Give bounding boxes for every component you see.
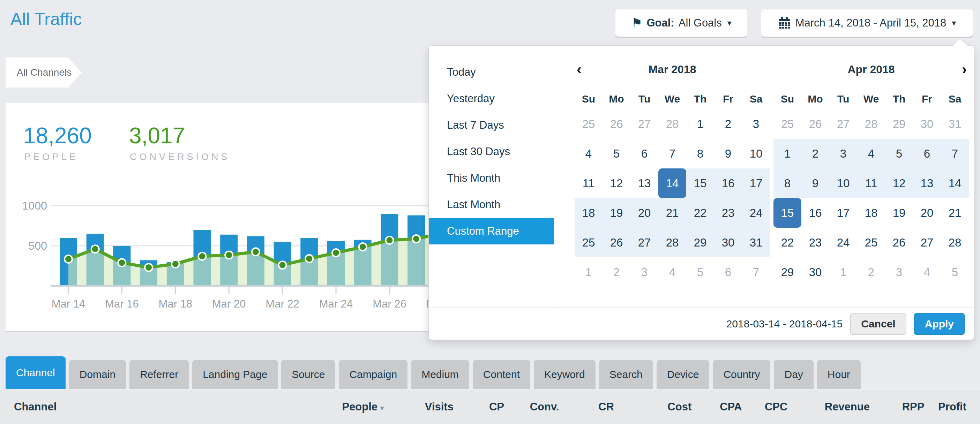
column-header-cpc[interactable]: CPC — [742, 401, 788, 413]
day-cell[interactable]: 6 — [630, 139, 658, 168]
day-cell[interactable]: 12 — [885, 168, 913, 198]
day-cell[interactable]: 17 — [742, 168, 770, 198]
column-header-profit[interactable]: Profit — [924, 401, 966, 413]
day-cell[interactable]: 14 — [941, 168, 969, 198]
tab-landing-page[interactable]: Landing Page — [192, 360, 278, 389]
day-cell[interactable]: 28 — [658, 228, 686, 257]
day-cell[interactable]: 15 — [686, 168, 714, 198]
day-cell[interactable]: 29 — [686, 228, 714, 257]
day-cell[interactable]: 26 — [885, 228, 913, 257]
day-cell[interactable]: 24 — [742, 198, 770, 228]
line-point[interactable] — [225, 251, 233, 259]
day-cell[interactable]: 3 — [742, 109, 770, 139]
column-header-people[interactable]: People▾ — [325, 401, 384, 413]
line-point[interactable] — [305, 255, 313, 262]
column-header-cpa[interactable]: CPA — [692, 401, 742, 413]
line-point[interactable] — [65, 255, 72, 263]
breadcrumb-all-channels[interactable]: All Channels — [6, 57, 82, 87]
tab-country[interactable]: Country — [713, 360, 770, 389]
line-point[interactable] — [412, 235, 420, 243]
day-cell[interactable]: 15 — [773, 198, 801, 228]
day-cell[interactable]: 30 — [714, 228, 742, 257]
day-cell[interactable]: 13 — [630, 168, 658, 198]
tab-medium[interactable]: Medium — [411, 360, 469, 389]
preset-custom-range[interactable]: Custom Range — [429, 218, 554, 245]
preset-this-month[interactable]: This Month — [429, 165, 554, 191]
apply-button[interactable]: Apply — [914, 313, 965, 335]
column-header-cp[interactable]: CP — [453, 401, 504, 413]
tab-keyword[interactable]: Keyword — [534, 360, 595, 389]
day-cell[interactable]: 9 — [801, 168, 829, 198]
day-cell[interactable]: 4 — [857, 139, 885, 168]
day-cell[interactable]: 25 — [574, 228, 603, 257]
line-point[interactable] — [359, 243, 367, 251]
line-point[interactable] — [252, 248, 259, 256]
day-cell[interactable]: 16 — [801, 198, 829, 228]
tab-day[interactable]: Day — [774, 360, 813, 389]
preset-today[interactable]: Today — [429, 59, 554, 86]
day-cell[interactable]: 4 — [574, 139, 603, 168]
column-header-revenue[interactable]: Revenue — [788, 401, 870, 413]
day-cell[interactable]: 16 — [714, 168, 742, 198]
day-cell[interactable]: 31 — [742, 228, 770, 257]
line-point[interactable] — [118, 259, 126, 267]
column-header-cr[interactable]: CR — [559, 401, 614, 413]
day-cell[interactable]: 1 — [773, 139, 801, 168]
tab-content[interactable]: Content — [473, 360, 530, 389]
day-cell[interactable]: 8 — [686, 139, 714, 168]
day-cell[interactable]: 26 — [603, 228, 630, 257]
line-point[interactable] — [199, 252, 206, 260]
day-cell[interactable]: 20 — [630, 198, 658, 228]
day-cell[interactable]: 13 — [913, 168, 941, 198]
day-cell[interactable]: 7 — [941, 139, 969, 168]
line-point[interactable] — [91, 245, 99, 253]
preset-last-30-days[interactable]: Last 30 Days — [429, 138, 554, 165]
line-point[interactable] — [145, 264, 153, 271]
day-cell[interactable]: 18 — [574, 198, 603, 228]
day-cell[interactable]: 19 — [885, 198, 913, 228]
day-cell[interactable]: 25 — [857, 228, 885, 257]
tab-search[interactable]: Search — [599, 360, 653, 389]
preset-last-7-days[interactable]: Last 7 Days — [429, 112, 554, 138]
day-cell[interactable]: 20 — [913, 198, 941, 228]
day-cell[interactable]: 21 — [941, 198, 969, 228]
day-cell[interactable]: 27 — [913, 228, 941, 257]
day-cell[interactable]: 3 — [829, 139, 857, 168]
day-cell[interactable]: 9 — [714, 139, 742, 168]
day-cell[interactable]: 2 — [714, 109, 742, 139]
day-cell[interactable]: 24 — [829, 228, 857, 257]
day-cell[interactable]: 23 — [801, 228, 829, 257]
day-cell[interactable]: 10 — [742, 139, 770, 168]
line-point[interactable] — [172, 260, 179, 268]
tab-hour[interactable]: Hour — [817, 360, 861, 389]
line-point[interactable] — [385, 237, 393, 244]
day-cell[interactable]: 1 — [686, 109, 714, 139]
day-cell[interactable]: 14 — [658, 168, 686, 198]
day-cell[interactable]: 7 — [658, 139, 686, 168]
cancel-button[interactable]: Cancel — [850, 313, 906, 335]
day-cell[interactable]: 29 — [773, 257, 801, 287]
preset-last-month[interactable]: Last Month — [429, 191, 554, 218]
column-header-channel[interactable]: Channel — [14, 401, 325, 413]
day-cell[interactable]: 22 — [686, 198, 714, 228]
day-cell[interactable]: 27 — [630, 228, 658, 257]
column-header-visits[interactable]: Visits — [384, 401, 453, 413]
tab-source[interactable]: Source — [281, 360, 335, 389]
column-header-conv[interactable]: Conv. — [504, 401, 559, 413]
day-cell[interactable]: 21 — [658, 198, 686, 228]
day-cell[interactable]: 5 — [603, 139, 630, 168]
day-cell[interactable]: 22 — [773, 228, 801, 257]
day-cell[interactable]: 18 — [857, 198, 885, 228]
tab-referrer[interactable]: Referrer — [129, 360, 189, 389]
tab-channel[interactable]: Channel — [6, 356, 65, 389]
goal-selector-button[interactable]: ⚑ Goal: All Goals ▾ — [616, 10, 747, 37]
line-point[interactable] — [279, 261, 286, 269]
column-header-cost[interactable]: Cost — [614, 401, 692, 413]
date-range-button[interactable]: March 14, 2018 - April 15, 2018 ▾ — [761, 10, 973, 37]
day-cell[interactable]: 30 — [801, 257, 829, 287]
tab-device[interactable]: Device — [657, 360, 710, 389]
column-header-rpp[interactable]: RPP — [870, 401, 924, 413]
day-cell[interactable]: 11 — [574, 168, 603, 198]
chevron-right-icon[interactable]: › — [962, 60, 967, 79]
day-cell[interactable]: 5 — [885, 139, 913, 168]
